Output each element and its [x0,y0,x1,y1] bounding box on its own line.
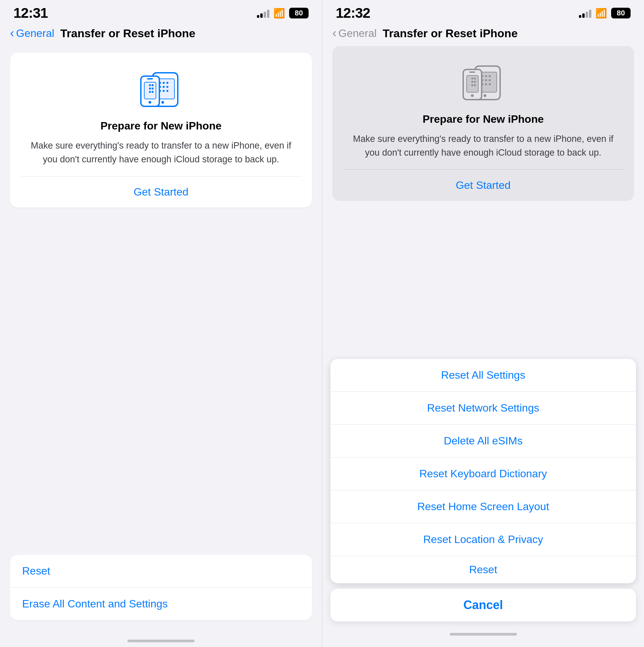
status-icons-left: 📶 80 [257,8,309,19]
reset-all-settings-button[interactable]: Reset All Settings [330,359,636,392]
battery-icon-left: 80 [289,8,309,18]
svg-point-28 [485,79,487,81]
svg-point-3 [163,82,165,84]
prepare-card-left: Prepare for New iPhone Make sure everyth… [10,53,312,208]
prepare-icon-right [457,59,510,106]
home-bar-right [450,633,517,636]
prepare-desc-left: Make sure everything's ready to transfer… [27,139,295,166]
delete-all-esims-button[interactable]: Delete All eSIMs [330,425,636,457]
battery-icon-right: 80 [611,8,631,18]
svg-point-40 [471,84,473,86]
prepare-body-left: Prepare for New iPhone Make sure everyth… [10,53,312,176]
status-icons-right: 📶 80 [579,8,631,19]
svg-rect-43 [469,71,475,73]
time-right: 12:32 [336,5,370,21]
svg-point-33 [484,94,486,97]
svg-point-29 [489,79,491,81]
cancel-button[interactable]: Cancel [330,589,636,622]
page-title-right: Transfer or Reset iPhone [383,27,518,40]
prepare-title-right: Prepare for New iPhone [423,113,544,125]
prepare-card-right: Prepare for New iPhone Make sure everyth… [332,46,634,201]
svg-point-18 [149,91,151,93]
action-sheet-main: Reset All Settings Reset Network Setting… [330,359,636,583]
back-button-left[interactable]: ‹ General [10,27,54,40]
svg-point-10 [166,90,168,92]
get-started-button-left[interactable]: Get Started [10,176,312,208]
svg-point-11 [161,101,164,104]
time-left: 12:31 [13,5,48,21]
svg-point-38 [471,81,473,83]
svg-rect-21 [147,78,153,79]
svg-point-14 [149,84,151,86]
svg-point-19 [152,91,154,93]
back-label-right: General [338,27,377,40]
reset-home-screen-layout-button[interactable]: Reset Home Screen Layout [330,490,636,523]
prepare-desc-right: Make sure everything's ready to transfer… [349,132,617,159]
reset-button-left[interactable]: Reset [10,555,312,588]
left-panel: 12:31 📶 80 ‹ General Transfer or Reset i… [0,0,322,647]
svg-point-17 [152,88,154,90]
reset-keyboard-dictionary-button[interactable]: Reset Keyboard Dictionary [330,457,636,490]
prepare-icon-left [134,66,188,113]
chevron-left-icon-right: ‹ [332,27,336,39]
svg-point-20 [149,101,151,104]
signal-icon-right [579,8,591,18]
signal-icon-left [257,8,269,18]
bottom-list-left: Reset Erase All Content and Settings [10,555,312,620]
back-label-left: General [16,27,54,40]
status-bar-right: 12:32 📶 80 [322,0,644,23]
wifi-icon-right: 📶 [595,8,607,19]
home-indicator-right [330,627,636,640]
back-button-right[interactable]: ‹ General [332,27,377,40]
spacer-left [10,216,312,547]
prepare-body-right: Prepare for New iPhone Make sure everyth… [332,46,634,169]
home-indicator-left [0,627,322,647]
reset-peek-label: Reset [330,556,636,583]
svg-point-31 [485,83,487,85]
nav-bar-right: ‹ General Transfer or Reset iPhone [322,23,644,46]
svg-point-16 [149,88,151,90]
svg-point-37 [474,77,476,79]
home-bar-left [127,640,195,642]
status-bar-left: 12:31 📶 80 [0,0,322,23]
get-started-button-right[interactable]: Get Started [332,170,634,201]
erase-all-button-left[interactable]: Erase All Content and Settings [10,588,312,620]
nav-bar-left: ‹ General Transfer or Reset iPhone [0,23,322,46]
page-title-left: Transfer or Reset iPhone [60,27,195,40]
svg-point-7 [166,86,168,88]
content-left: Prepare for New iPhone Make sure everyth… [0,46,322,627]
svg-point-32 [489,83,491,85]
svg-point-4 [166,82,168,84]
svg-point-26 [489,75,491,77]
svg-point-25 [485,75,487,77]
svg-point-15 [152,84,154,86]
prepare-title-left: Prepare for New iPhone [101,120,222,132]
svg-point-41 [474,84,476,86]
reset-location-privacy-button[interactable]: Reset Location & Privacy [330,523,636,556]
chevron-left-icon: ‹ [10,27,14,39]
reset-network-settings-button[interactable]: Reset Network Settings [330,392,636,425]
right-panel: 12:32 📶 80 ‹ General Transfer or Reset i… [322,0,644,647]
svg-point-6 [163,86,165,88]
svg-point-42 [471,94,474,97]
action-sheet: Reset All Settings Reset Network Setting… [322,359,644,647]
svg-point-39 [474,81,476,83]
svg-point-9 [163,90,165,92]
wifi-icon-left: 📶 [273,8,285,19]
svg-point-36 [471,77,473,79]
